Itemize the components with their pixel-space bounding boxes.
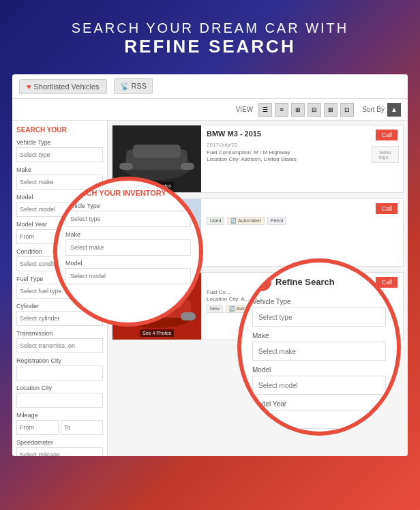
tag-used-2: Used [207, 217, 224, 225]
refine-label-year: Model Year [252, 400, 386, 408]
sidebar-field-mileage: Mileage [16, 412, 103, 435]
sidebar-label-make: Make [16, 166, 103, 173]
view-btn-grid1[interactable]: ⊞ [291, 103, 305, 117]
view-label: VIEW [236, 106, 254, 113]
circle-inner-top: SEARCH YOUR INVENTORY Vehicle Type Make … [57, 181, 199, 297]
view-btn-grid2[interactable]: ⊟ [308, 103, 321, 117]
view-btn-grid4[interactable]: ⊡ [340, 103, 354, 117]
sidebar-input-transmission[interactable] [16, 338, 103, 353]
svg-rect-17 [181, 312, 196, 320]
refine-panel: 🔍 Refine Search Vehicle Type Make Model … [241, 262, 397, 436]
circle-input-model[interactable] [65, 268, 191, 284]
sidebar-field-vehicle-type: Vehicle Type [16, 139, 103, 162]
svg-rect-4 [119, 163, 133, 170]
refine-field-make: Make [252, 332, 386, 361]
sidebar-label-mileage: Mileage [16, 412, 103, 419]
seller-logo-1: Sellerlogo [372, 146, 399, 163]
sidebar-field-loc-city: Location City [16, 385, 103, 408]
main-content: ♥ Shortlisted Vehicles 📡 RSS VIEW ☰ ≡ ⊞ … [12, 74, 408, 456]
tag-auto-2: 🔄 Automated [227, 217, 264, 225]
refine-header: 🔍 Refine Search [252, 272, 386, 291]
refine-label-make: Make [252, 332, 386, 340]
screenshot-toolbar: VIEW ☰ ≡ ⊞ ⊟ ⊠ ⊡ Sort By ▲ [12, 99, 408, 121]
circle-field-model: Model [65, 260, 191, 284]
call-btn-3[interactable]: Call [376, 277, 397, 288]
tag-petrol-2: Petrol [267, 217, 286, 225]
sidebar-label-loc-city: Location City [16, 385, 103, 391]
svg-rect-3 [133, 145, 181, 158]
refine-label-type: Vehicle Type [252, 298, 386, 305]
tag-new-3: New [207, 305, 223, 313]
view-btn-list[interactable]: ☰ [258, 103, 272, 117]
sidebar-label-transmission: Transmission [16, 330, 103, 337]
view-btn-detail[interactable]: ≡ [275, 103, 288, 117]
sidebar-input-mileage-to[interactable] [61, 420, 103, 435]
car-title-1: BMW M3 - 2015 Call [207, 130, 397, 140]
sidebar-input-speedometer[interactable] [16, 447, 103, 456]
rss-icon: 📡 [120, 82, 130, 90]
car-fuel-1: Fuel Consumption: M / M Highway [207, 149, 397, 155]
car-date-1: 2017/July/22 [207, 142, 397, 148]
car-info-1: BMW M3 - 2015 Call 2017/July/22 Fuel Con… [201, 125, 403, 192]
screenshot-topbar: ♥ Shortlisted Vehicles 📡 RSS [12, 74, 408, 99]
page-wrapper: SEARCH YOUR DREAM CAR WITH REFINE SEARCH… [0, 0, 420, 510]
sidebar-field-speedometer: Speedometer [16, 439, 103, 456]
car-location-1: Location City: Addison, United States [207, 156, 397, 162]
sidebar-input-reg-city[interactable] [16, 365, 103, 380]
sidebar-input-year-from[interactable] [16, 229, 59, 244]
sidebar-input-loc-city[interactable] [16, 393, 103, 408]
circle-input-type[interactable] [65, 211, 191, 227]
sidebar-label-vehicle-type: Vehicle Type [16, 139, 103, 146]
car-title-2: Call [207, 203, 397, 214]
sidebar-label-reg-city: Registration City [16, 357, 103, 364]
circle-label-model: Model [65, 260, 191, 267]
sidebar-label-speedometer: Speedometer [16, 439, 103, 446]
header-section: SEARCH YOUR DREAM CAR WITH REFINE SEARCH [58, 0, 363, 71]
refine-field-type: Vehicle Type [252, 298, 386, 327]
circle-label-make: Make [65, 231, 191, 238]
header-line1: SEARCH YOUR DREAM CAR WITH [72, 20, 349, 36]
shortlisted-tab[interactable]: ♥ Shortlisted Vehicles [19, 79, 107, 94]
call-btn-1[interactable]: Call [376, 130, 397, 140]
refine-input-model[interactable] [252, 376, 386, 395]
svg-rect-5 [181, 163, 194, 170]
circle-callout-top: SEARCH YOUR INVENTORY Vehicle Type Make … [53, 177, 203, 327]
car-name-1: BMW M3 - 2015 [207, 130, 261, 138]
sidebar-input-vehicle-type[interactable] [16, 147, 103, 162]
circle-field-type: Vehicle Type [65, 202, 191, 227]
sort-arrow-btn[interactable]: ▲ [387, 103, 401, 117]
sidebar-input-mileage-from[interactable] [16, 420, 59, 435]
refine-field-model: Model [252, 366, 386, 395]
refine-input-type[interactable] [252, 308, 386, 327]
see-photos-3[interactable]: See 4 Photos [140, 329, 174, 337]
heart-icon: ♥ [27, 82, 31, 91]
refine-title: Refine Search [275, 277, 335, 287]
view-btn-grid3[interactable]: ⊠ [324, 103, 338, 117]
rss-tab[interactable]: 📡 RSS [114, 78, 153, 94]
car-info-2: Call Used 🔄 Automated Petrol [201, 199, 403, 266]
car-tags-2: Used 🔄 Automated Petrol [207, 217, 397, 225]
call-btn-2[interactable]: Call [376, 203, 397, 214]
refine-label-model: Model [252, 366, 386, 374]
sort-by-label: Sort By [362, 106, 385, 113]
circle-label-type: Vehicle Type [65, 202, 191, 209]
sidebar-field-transmission: Transmission [16, 330, 103, 353]
refine-input-make[interactable] [252, 342, 386, 361]
header-line2: REFINE SEARCH [72, 36, 349, 57]
circle-callout-bottom: 🔍 Refine Search Vehicle Type Make Model … [237, 258, 401, 436]
sidebar-title: SEARCH YOUR [16, 126, 103, 134]
circle-field-make: Make [65, 231, 191, 256]
sidebar-field-reg-city: Registration City [16, 357, 103, 380]
circle-input-make[interactable] [65, 239, 191, 256]
circle-title-accent: INVENTORY [123, 189, 166, 197]
